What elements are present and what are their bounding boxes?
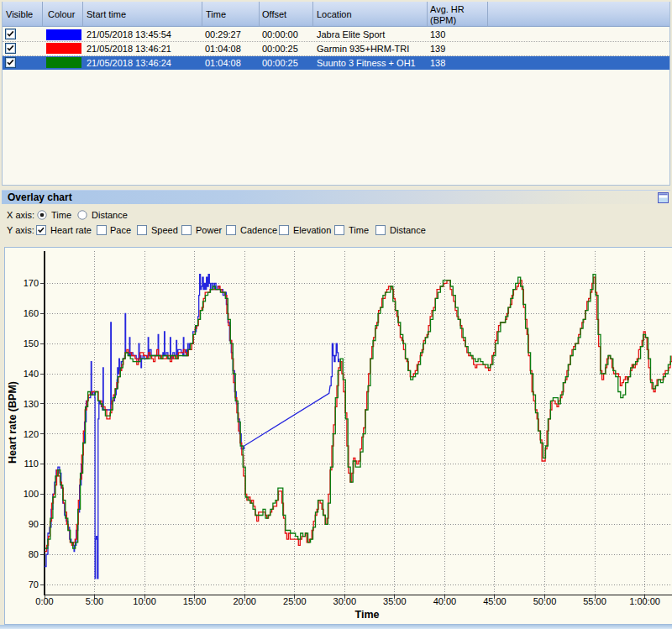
svg-text:150: 150	[24, 338, 39, 349]
svg-text:110: 110	[24, 459, 39, 469]
svg-text:170: 170	[24, 278, 39, 288]
svg-text:25:00: 25:00	[283, 596, 307, 606]
svg-text:30:00: 30:00	[333, 596, 357, 606]
svg-text:140: 140	[24, 369, 39, 379]
svg-text:Heart rate (BPM): Heart rate (BPM)	[7, 381, 18, 464]
svg-text:50:00: 50:00	[533, 596, 557, 606]
svg-text:40:00: 40:00	[433, 596, 457, 606]
svg-text:90: 90	[29, 519, 39, 529]
svg-text:1:00:00: 1:00:00	[629, 596, 660, 606]
svg-text:Time: Time	[355, 609, 380, 621]
svg-text:130: 130	[24, 399, 39, 409]
svg-text:45:00: 45:00	[483, 596, 507, 606]
svg-text:20:00: 20:00	[233, 596, 256, 606]
svg-text:35:00: 35:00	[383, 596, 407, 606]
svg-text:70: 70	[29, 579, 39, 590]
svg-text:160: 160	[24, 308, 39, 318]
svg-text:15:00: 15:00	[183, 596, 207, 606]
svg-text:120: 120	[24, 429, 39, 439]
svg-text:80: 80	[29, 549, 39, 559]
svg-text:100: 100	[24, 489, 39, 499]
svg-text:55:00: 55:00	[583, 596, 606, 606]
svg-text:0:00: 0:00	[35, 596, 53, 606]
svg-text:5:00: 5:00	[86, 596, 103, 606]
svg-text:10:00: 10:00	[133, 596, 156, 606]
